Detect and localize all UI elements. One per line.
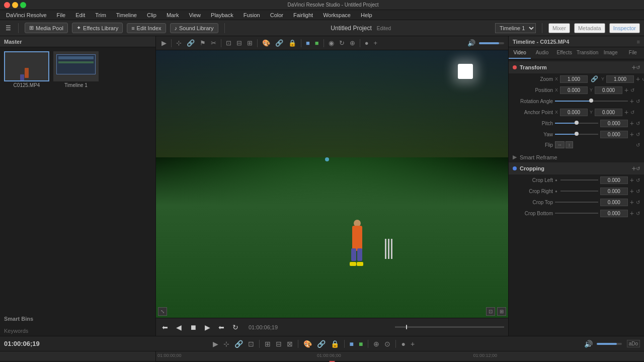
- tl-pointer-tool[interactable]: ▶: [212, 339, 219, 349]
- crop-left-input[interactable]: [600, 176, 628, 184]
- crop-left-reset[interactable]: ↺: [636, 177, 640, 183]
- menu-fusion[interactable]: Fusion: [242, 11, 262, 19]
- anchor-add[interactable]: +: [624, 108, 628, 116]
- rotation-reset[interactable]: ↺: [636, 99, 640, 104]
- tl-slip-tool[interactable]: ⊠: [286, 339, 294, 349]
- mixer-button[interactable]: Mixer: [548, 23, 570, 33]
- tl-green[interactable]: ■: [358, 339, 364, 349]
- scrubber-bar[interactable]: [395, 326, 504, 328]
- inspector-menu[interactable]: ≡: [637, 39, 640, 45]
- volume-slider[interactable]: [479, 42, 504, 44]
- transform-add[interactable]: +: [632, 63, 636, 71]
- crop-bottom-input[interactable]: [600, 210, 628, 217]
- sound-library-button[interactable]: ♪ Sound Library: [170, 23, 218, 33]
- tab-image[interactable]: Image: [599, 47, 621, 59]
- tl-dot[interactable]: ●: [400, 339, 406, 349]
- zoom-add[interactable]: +: [636, 75, 640, 83]
- crop-left-slider[interactable]: [560, 179, 598, 180]
- crop-top-input[interactable]: [600, 199, 628, 206]
- ripple-tool[interactable]: ⊡: [224, 38, 233, 48]
- media-clip-2[interactable]: Timeline 1: [53, 51, 99, 308]
- lock-tool[interactable]: 🔒: [287, 38, 298, 48]
- stop-btn[interactable]: ⏹: [188, 322, 199, 332]
- menu-timeline[interactable]: Timeline: [114, 11, 139, 19]
- tl-search[interactable]: ⊙: [383, 339, 391, 349]
- cut-tool[interactable]: ✂: [209, 38, 218, 48]
- metadata-button[interactable]: Metadata: [574, 23, 605, 33]
- preview-fullscreen-btn[interactable]: ⊡: [486, 307, 495, 316]
- green-btn[interactable]: ■: [313, 38, 320, 48]
- timeline-selector[interactable]: Timeline 1: [495, 23, 536, 33]
- tab-effects[interactable]: Effects: [553, 47, 576, 59]
- zoom-reset[interactable]: ↺: [642, 76, 644, 82]
- position-y-input[interactable]: [595, 86, 622, 94]
- pitch-add[interactable]: +: [630, 119, 634, 127]
- menu-workspace[interactable]: Workspace: [321, 11, 353, 19]
- menu-help[interactable]: Help: [359, 11, 374, 19]
- menu-trim[interactable]: Trim: [93, 11, 108, 19]
- position-add[interactable]: +: [624, 86, 628, 94]
- plus-btn[interactable]: +: [372, 38, 379, 48]
- tl-lock[interactable]: 🔒: [330, 339, 340, 349]
- rotation-add[interactable]: +: [630, 97, 634, 105]
- cropping-header[interactable]: Cropping + ↺: [509, 162, 644, 174]
- magnet-tool[interactable]: ◉: [327, 38, 336, 48]
- edit-index-button[interactable]: ≡ Edit Index: [127, 23, 166, 33]
- tl-vol[interactable]: 🔊: [583, 339, 594, 349]
- crop-bottom-reset[interactable]: ↺: [636, 211, 640, 216]
- play-back-btn[interactable]: ◀: [174, 322, 184, 332]
- media-clip-1[interactable]: C0125.MP4: [4, 51, 49, 308]
- snap-tool[interactable]: ⊹: [175, 38, 183, 48]
- tl-ripple-tool[interactable]: ⊞: [264, 339, 272, 349]
- crop-right-reset[interactable]: ↺: [636, 189, 640, 194]
- tab-file[interactable]: File: [622, 47, 644, 59]
- yaw-input[interactable]: [600, 131, 628, 138]
- crop-bottom-add[interactable]: +: [630, 209, 634, 217]
- tl-link2[interactable]: 🔗: [316, 339, 327, 349]
- crop-bottom-slider[interactable]: [555, 213, 598, 214]
- link-tool[interactable]: 🔗: [185, 38, 196, 48]
- menu-fairlight[interactable]: Fairlight: [291, 11, 315, 19]
- transform-reset[interactable]: ↺: [636, 65, 640, 70]
- zoom-x-input[interactable]: [560, 75, 588, 83]
- tl-volume-slider[interactable]: [597, 343, 622, 345]
- zoom-tool[interactable]: ⊕: [348, 38, 357, 48]
- tab-transition[interactable]: Transition: [576, 47, 600, 59]
- tl-zoom[interactable]: ⊕: [372, 339, 380, 349]
- minimize-button[interactable]: [12, 2, 18, 8]
- flip-h-btn[interactable]: ↔: [555, 141, 565, 148]
- crop-right-add[interactable]: +: [630, 187, 634, 195]
- next-frame-btn[interactable]: ⬅: [216, 322, 226, 332]
- effects-library-button[interactable]: ✦ Effects Library: [72, 23, 123, 33]
- tl-flag-tool[interactable]: ⊡: [247, 339, 255, 349]
- close-button[interactable]: [4, 2, 10, 8]
- position-reset[interactable]: ↺: [630, 87, 634, 93]
- menu-davinci[interactable]: DaVinci Resolve: [4, 11, 49, 19]
- zoom-y-input[interactable]: [606, 75, 634, 83]
- pitch-input[interactable]: [600, 120, 628, 127]
- loop-btn[interactable]: ↻: [230, 322, 240, 332]
- menu-mark[interactable]: Mark: [165, 11, 181, 19]
- tab-audio[interactable]: Audio: [531, 47, 553, 59]
- tl-roll-tool[interactable]: ⊟: [275, 339, 283, 349]
- anchor-y-input[interactable]: [595, 109, 622, 116]
- tab-video[interactable]: Video: [509, 47, 531, 59]
- menu-view[interactable]: View: [187, 11, 203, 19]
- anchor-x-input[interactable]: [560, 109, 588, 116]
- pitch-slider[interactable]: [555, 123, 598, 124]
- dot-btn[interactable]: ●: [363, 38, 370, 48]
- prev-frame-btn[interactable]: ⬅: [160, 322, 170, 332]
- menu-clip[interactable]: Clip: [145, 11, 158, 19]
- flip-v-btn[interactable]: ↕: [566, 141, 573, 148]
- volume-btn[interactable]: 🔊: [466, 38, 477, 48]
- flag-tool[interactable]: ⚑: [198, 38, 207, 48]
- roll-tool[interactable]: ⊟: [235, 38, 244, 48]
- menu-playback[interactable]: Playback: [209, 11, 235, 19]
- crop-left-add[interactable]: +: [630, 176, 634, 184]
- blue-btn[interactable]: ■: [304, 38, 311, 48]
- flip-reset[interactable]: ↺: [636, 142, 640, 148]
- crop-right-slider[interactable]: [560, 191, 598, 192]
- play-btn[interactable]: ▶: [203, 322, 212, 332]
- menu-color[interactable]: Color: [268, 11, 285, 19]
- inspector-button[interactable]: Inspector: [609, 23, 640, 33]
